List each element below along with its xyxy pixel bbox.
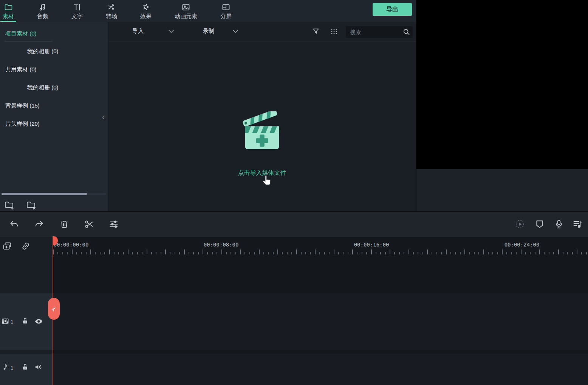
export-button[interactable]: 导出	[373, 3, 412, 16]
video-track-header[interactable]: 1	[0, 293, 53, 350]
sidebar-divider	[5, 42, 52, 42]
audio-track-header[interactable]: 1	[0, 354, 53, 385]
filter-icon[interactable]	[312, 27, 320, 35]
tab-audio[interactable]: 音频	[36, 0, 49, 22]
ruler-timestamp: 00:00:16:00	[354, 242, 389, 248]
audio-track-icon	[2, 363, 10, 371]
media-content: 导入 录制	[108, 22, 416, 211]
import-chevron-down-icon[interactable]	[168, 29, 174, 33]
sidebar-item-intro-samples[interactable]: 片头样例 (20)	[5, 120, 40, 128]
adjust-sliders-icon[interactable]	[108, 219, 119, 229]
media-panel: 素材 音频 文字 转场	[0, 0, 416, 211]
hand-cursor-icon	[262, 174, 272, 186]
delete-folder-button[interactable]	[26, 199, 37, 211]
media-sidebar: 项目素材 (0) 我的相册 (0) 共用素材 (0) 我的相册 (0) 背景样例…	[0, 22, 108, 211]
eye-visibility-icon[interactable]	[34, 317, 43, 326]
preview-panel	[416, 0, 588, 211]
music-note-icon	[38, 3, 47, 12]
image-icon	[181, 3, 190, 12]
sidebar-item-background-samples[interactable]: 背景样例 (15)	[5, 102, 40, 109]
tab-splitscreen[interactable]: 分屏	[220, 0, 232, 22]
ruler-timestamp: 00:00:08:00	[204, 242, 239, 248]
ruler-timestamp: 00:00:24:00	[504, 242, 540, 248]
search-box	[346, 26, 413, 38]
scissors-icon: ✂	[50, 305, 58, 313]
vertical-divider	[416, 0, 416, 211]
grid-view-icon[interactable]	[330, 27, 338, 35]
timeline-toolbar	[0, 212, 588, 237]
tab-media[interactable]: 素材	[2, 0, 15, 22]
timeline-ruler-ticks[interactable]	[53, 248, 588, 255]
transition-icon	[107, 3, 116, 12]
transport-controls	[416, 169, 588, 211]
timeline-body[interactable]: 00:00:00:00 00:00:08:00 00:00:16:00 00:0…	[53, 237, 588, 385]
video-preview	[416, 0, 588, 169]
sidebar-collapse-arrow-icon[interactable]: ‹	[102, 113, 105, 121]
redo-icon[interactable]	[34, 219, 44, 229]
lock-open-icon[interactable]	[21, 363, 29, 371]
timeline-track-headers: 1 1	[0, 237, 53, 385]
tab-label: 分屏	[220, 13, 232, 20]
video-editor-app: 素材 音频 文字 转场	[0, 0, 588, 385]
media-toolbar: 导入 录制	[108, 22, 416, 42]
tab-elements[interactable]: 动画元素	[174, 0, 198, 22]
timeline: 1 1 00:0	[0, 237, 588, 385]
sidebar-scrollbar-thumb[interactable]	[2, 193, 87, 195]
media-empty-state[interactable]: 点击导入媒体文件	[108, 42, 416, 211]
video-track-icon	[1, 317, 9, 325]
sidebar-folder-actions	[4, 199, 37, 211]
audio-mixer-icon[interactable]	[572, 219, 583, 229]
playhead-cut-handle[interactable]: ✂	[48, 298, 60, 320]
sidebar-item-project-media[interactable]: 项目素材 (0)	[5, 30, 37, 37]
audio-track-number: 1	[11, 365, 13, 371]
tab-effects[interactable]: 效果	[139, 0, 152, 22]
record-chevron-down-icon[interactable]	[232, 29, 238, 33]
tab-text[interactable]: 文字	[71, 0, 84, 22]
tab-label: 动画元素	[175, 13, 197, 20]
video-track-lane[interactable]	[53, 293, 588, 350]
tab-label: 音频	[37, 13, 48, 20]
sidebar-item-shared-media[interactable]: 共用素材 (0)	[5, 66, 37, 73]
tab-label: 素材	[3, 13, 14, 20]
marker-shield-icon[interactable]	[534, 219, 545, 229]
microphone-icon[interactable]	[554, 219, 564, 229]
import-button[interactable]: 导入	[132, 28, 144, 35]
add-folder-button[interactable]	[4, 199, 15, 211]
tab-label: 文字	[71, 13, 83, 20]
record-button[interactable]: 录制	[203, 28, 214, 35]
lock-open-icon[interactable]	[21, 317, 29, 325]
manage-tracks-icon[interactable]	[2, 241, 12, 251]
search-icon[interactable]	[402, 28, 410, 36]
sidebar-item-my-album-2[interactable]: 我的相册 (0)	[27, 84, 59, 91]
main-tabbar: 素材 音频 文字 转场	[0, 0, 416, 22]
audio-track-lane[interactable]	[53, 354, 588, 385]
render-preview-icon[interactable]	[515, 219, 525, 229]
text-icon	[73, 3, 82, 12]
delete-icon[interactable]	[59, 219, 70, 229]
ruler-timestamp: 00:00:00:00	[54, 242, 89, 248]
sidebar-scrollbar[interactable]	[2, 193, 106, 195]
tab-transitions[interactable]: 转场	[105, 0, 118, 22]
folder-icon	[4, 3, 13, 12]
undo-icon[interactable]	[9, 219, 20, 229]
link-icon[interactable]	[21, 241, 31, 251]
tab-label: 效果	[140, 13, 152, 20]
search-input[interactable]	[346, 26, 402, 38]
clapperboard-import-icon[interactable]	[238, 111, 286, 159]
sidebar-item-my-album-1[interactable]: 我的相册 (0)	[27, 48, 59, 55]
speaker-icon[interactable]	[34, 363, 43, 371]
cut-scissors-icon[interactable]	[84, 219, 94, 229]
tab-label: 转场	[106, 13, 117, 20]
sparkle-star-icon	[141, 3, 150, 12]
split-screen-icon	[221, 3, 231, 12]
video-track-number: 1	[11, 319, 13, 325]
